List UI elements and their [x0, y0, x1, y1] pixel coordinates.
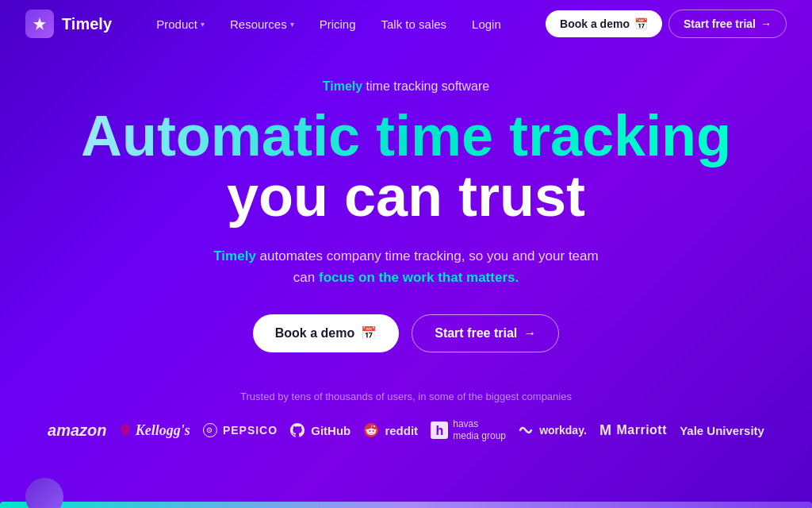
hero-start-trial-button[interactable]: Start free trial →	[412, 314, 559, 352]
github-logo: GitHub	[290, 423, 350, 437]
nav-product[interactable]: Product ▾	[147, 11, 214, 37]
amazon-logo: amazon	[48, 421, 106, 440]
nav-book-demo-button[interactable]: Book a demo 📅	[546, 10, 662, 37]
calendar-icon: 📅	[361, 325, 377, 341]
resources-chevron-icon: ▾	[290, 20, 294, 29]
product-chevron-icon: ▾	[201, 20, 205, 29]
hero-description: Timely automates company time tracking, …	[208, 245, 604, 288]
hero-trial-label: Start free trial	[435, 326, 517, 341]
logos-section: Trusted by tens of thousands of users, i…	[0, 391, 812, 443]
pepsico-logo: ⊙PEPSICO	[203, 423, 278, 437]
nav-demo-label: Book a demo	[560, 17, 630, 30]
marriott-logo: MMarriott	[599, 422, 667, 439]
nav-cta-buttons: Book a demo 📅 Start free trial →	[546, 10, 787, 38]
nav-links: Product ▾ Resources ▾ Pricing Talk to sa…	[147, 11, 511, 37]
logo-name: Timely	[62, 15, 112, 33]
logos-row: amazon Kellogg's ⊙PEPSICO GitHub reddit …	[25, 418, 787, 443]
nav-trial-label: Start free trial	[684, 17, 756, 30]
navbar: Timely Product ▾ Resources ▾ Pricing Tal…	[0, 0, 812, 48]
hero-book-demo-button[interactable]: Book a demo 📅	[253, 314, 399, 352]
arrow-right-icon: →	[523, 326, 536, 341]
purple-circle-decoration	[25, 478, 63, 508]
hero-title-gradient: Automatic time tracking	[81, 104, 731, 167]
logo[interactable]: Timely	[25, 10, 112, 38]
nav-talk-to-sales[interactable]: Talk to sales	[372, 11, 457, 37]
nav-pricing[interactable]: Pricing	[310, 11, 366, 37]
hero-subtitle-rest: time tracking software	[362, 79, 489, 93]
logos-label: Trusted by tens of thousands of users, i…	[25, 391, 787, 402]
arrow-right-icon: →	[760, 17, 772, 30]
hero-desc-focus: focus on the work that matters.	[319, 270, 519, 285]
hero-desc-brand: Timely	[213, 248, 256, 264]
yale-university-logo: Yale University	[680, 424, 764, 437]
hero-title-white: you can trust	[81, 167, 731, 227]
havas-media-group-logo: h havashavas media groupmedia group	[431, 418, 506, 443]
hero-demo-label: Book a demo	[275, 326, 354, 341]
kelloggs-logo: Kellogg's	[120, 422, 190, 439]
workday-logo: workday.	[519, 424, 587, 437]
nav-login[interactable]: Login	[462, 11, 511, 37]
nav-start-trial-button[interactable]: Start free trial →	[668, 10, 787, 38]
bottom-accent-bar	[0, 502, 812, 508]
hero-section: Timely time tracking software Automatic …	[0, 48, 812, 391]
nav-resources[interactable]: Resources ▾	[220, 11, 304, 37]
hero-title: Automatic time tracking you can trust	[81, 106, 731, 226]
hero-subtitle: Timely time tracking software	[323, 79, 489, 94]
reddit-logo: reddit	[363, 422, 418, 438]
hero-cta-buttons: Book a demo 📅 Start free trial →	[253, 314, 560, 352]
hero-brand-name: Timely	[323, 79, 362, 93]
logo-icon	[25, 10, 54, 38]
calendar-icon: 📅	[634, 17, 648, 30]
